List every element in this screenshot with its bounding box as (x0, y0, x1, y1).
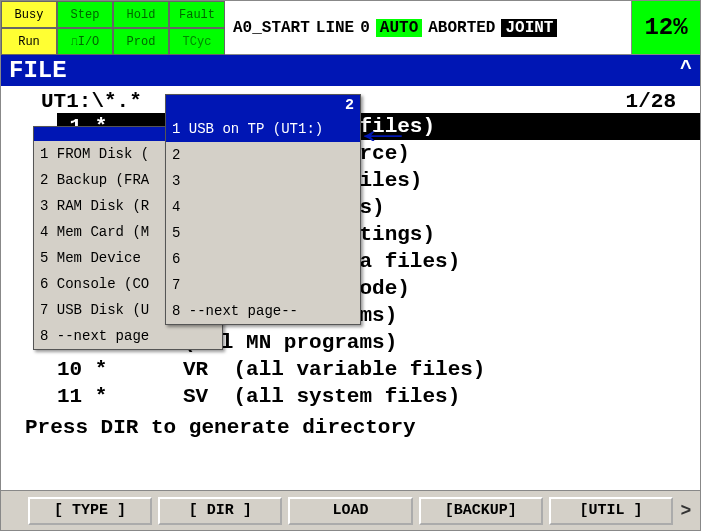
menu-item-next[interactable]: 8 --next page-- (166, 298, 360, 324)
status-state: ABORTED (428, 19, 495, 37)
status-joint: JOINT (501, 19, 557, 37)
hint-text: Press DIR to generate directory (1, 414, 700, 441)
menu-item[interactable]: 3 (166, 168, 360, 194)
state-grid: Busy Step Hold Fault Run ⎍ I/O Prod TCyc (1, 1, 225, 54)
menu-item[interactable]: 4 (166, 194, 360, 220)
state-tcyc: TCyc (169, 28, 225, 55)
page-title: FILE (9, 57, 67, 84)
io-label: I/O (78, 35, 100, 49)
status-prog: A0_START (233, 19, 310, 37)
status-strip: A0_START LINE 0 AUTO ABORTED JOINT (225, 1, 632, 54)
main-area: UT1:\*.* 1/28 1 * (all files) 2 * KL (al… (1, 86, 700, 482)
function-key-bar: [ TYPE ] [ DIR ] LOAD [BACKUP] [UTIL ] > (1, 490, 700, 530)
menu-item[interactable]: 7 (166, 272, 360, 298)
list-item[interactable]: 11 * SV (all system files) (57, 383, 700, 410)
status-line-no: 0 (360, 19, 370, 37)
title-bar: FILE ^ (1, 55, 700, 86)
list-item[interactable]: 10 * VR (all variable files) (57, 356, 700, 383)
speed-percent: 12% (632, 1, 700, 54)
menu-item[interactable]: 5 (166, 220, 360, 246)
state-io: ⎍ I/O (57, 28, 113, 55)
fkey-next-icon[interactable]: > (676, 501, 696, 521)
menu-page-number: 2 (166, 95, 360, 116)
status-line-label: LINE (316, 19, 354, 37)
menu-item[interactable]: 2 (166, 142, 360, 168)
menu-item[interactable]: 6 (166, 246, 360, 272)
current-path: UT1:\*.* (41, 90, 142, 113)
state-hold: Hold (113, 1, 169, 28)
item-counter: 1/28 (626, 90, 676, 113)
top-bar: Busy Step Hold Fault Run ⎍ I/O Prod TCyc… (1, 1, 700, 55)
state-prod: Prod (113, 28, 169, 55)
fkey-load[interactable]: LOAD (288, 497, 412, 525)
fkey-dir[interactable]: [ DIR ] (158, 497, 282, 525)
fkey-type[interactable]: [ TYPE ] (28, 497, 152, 525)
device-menu-page2: 2 1 USB on TP (UT1:) 2 3 4 5 6 7 8 --nex… (165, 94, 361, 325)
state-busy: Busy (1, 1, 57, 28)
menu-item-next[interactable]: 8 --next page (34, 323, 222, 349)
state-fault: Fault (169, 1, 225, 28)
chevron-up-icon[interactable]: ^ (680, 57, 692, 84)
fkey-backup[interactable]: [BACKUP] (419, 497, 543, 525)
state-step: Step (57, 1, 113, 28)
status-auto: AUTO (376, 19, 422, 37)
fkey-util[interactable]: [UTIL ] (549, 497, 673, 525)
menu-item-selected[interactable]: 1 USB on TP (UT1:) (166, 116, 360, 142)
io-icon: ⎍ (71, 37, 78, 47)
state-run: Run (1, 28, 57, 55)
